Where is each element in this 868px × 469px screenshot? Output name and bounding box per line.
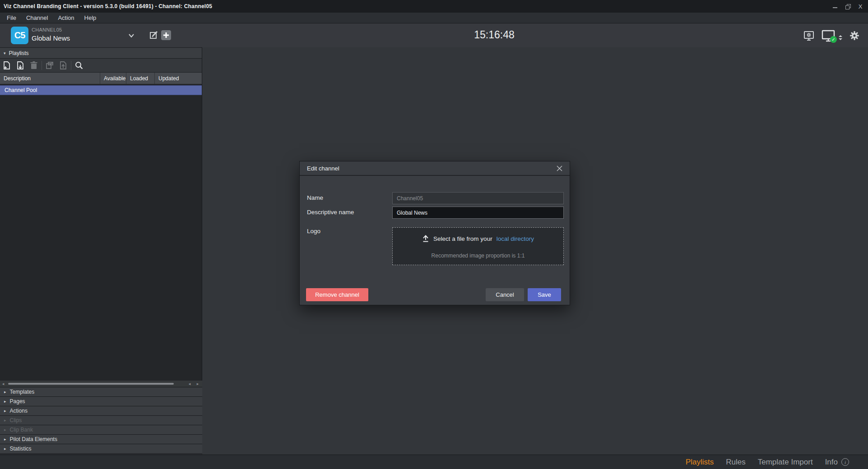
dialog-close-button[interactable] [557,166,562,171]
menu-file[interactable]: File [2,13,21,23]
dropzone-text: Select a file from your [433,235,492,242]
tab-playlists[interactable]: Playlists [686,458,714,467]
info-label: Info [825,458,838,467]
playout-status-button[interactable]: ✓ [822,29,836,42]
output-settings-button[interactable] [803,30,815,41]
sidebar: ▾ Playlists [0,47,202,455]
menu-channel[interactable]: Channel [21,13,53,23]
on-air-clock: 15:16:48 [463,29,526,41]
menu-bar: File Channel Action Help [0,13,868,23]
close-icon: X [859,4,863,9]
scrollbar-thumb[interactable] [8,383,174,385]
toolbar-separator [71,61,71,70]
section-label: Pilot Data Elements [10,436,57,442]
descriptive-name-field-label: Descriptive name [307,209,354,216]
dialog-header[interactable]: Edit channel [300,161,570,176]
import-playlist-button[interactable] [14,59,27,72]
scrollbar-track[interactable] [7,383,186,385]
restore-button[interactable] [845,3,851,9]
dialog-title: Edit channel [307,165,339,172]
playlist-row-label: Channel Pool [5,87,37,93]
add-channel-button[interactable] [161,30,171,40]
new-playlist-button[interactable] [0,59,14,72]
edit-pencil-icon [149,30,159,40]
title-bar: Viz Channel Branding Client - version 5.… [0,0,868,13]
arrow-down-icon [839,38,842,40]
channel-name-label: Global News [32,34,70,42]
section-label: Pages [10,398,25,405]
column-updated[interactable]: Updated [154,73,202,84]
edit-channel-button[interactable] [149,30,159,40]
window-controls: X [832,0,863,13]
minimize-icon [833,7,837,8]
save-button[interactable]: Save [528,288,561,301]
restore-icon [845,4,850,9]
local-directory-link[interactable]: local directory [497,235,534,242]
info-icon: i [841,458,849,466]
activate-playlist-button[interactable] [43,59,56,72]
section-label: Templates [10,389,35,395]
channel-logo[interactable]: C5 [11,27,28,44]
upload-icon [422,235,429,242]
edit-channel-dialog: Edit channel Name Channel05 Descriptive … [299,161,570,305]
cancel-button[interactable]: Cancel [486,288,524,301]
column-description[interactable]: Description [0,73,100,84]
sections-divider [0,453,202,454]
tab-template-import[interactable]: Template Import [758,458,813,467]
scroll-left-icon[interactable]: ◂ [0,382,6,386]
playlists-toolbar [0,59,202,73]
toolbar-separator [42,61,42,70]
export-playlist-button[interactable] [56,59,70,72]
status-dropdown-arrows[interactable] [839,35,842,40]
copy-check-icon [45,61,54,70]
trash-icon [30,61,38,70]
file-arrow-down-icon [16,61,25,70]
sidebar-item-templates[interactable]: ▸ Templates [0,387,202,396]
dropzone-hint: Recommended image proportion is 1:1 [393,253,563,259]
tab-rules[interactable]: Rules [726,458,745,467]
close-x-icon [557,166,562,171]
delete-playlist-button[interactable] [27,59,41,72]
collapsed-triangle-icon: ▸ [4,409,6,413]
column-loaded[interactable]: Loaded [126,73,154,84]
section-label: Clips [10,417,22,423]
close-button[interactable]: X [857,3,863,9]
channel-id-label: CHANNEL05 [32,27,62,32]
collapsed-triangle-icon: ▸ [4,446,6,451]
sidebar-item-clips: ▸ Clips [0,415,202,425]
remove-channel-button[interactable]: Remove channel [306,288,368,301]
descriptive-name-field[interactable]: Global News [392,207,564,219]
tab-info[interactable]: Info i [825,458,849,467]
channel-bar-actions: ✓ [803,28,860,43]
status-ok-check-icon: ✓ [830,36,837,43]
playlists-section-header[interactable]: ▾ Playlists [0,47,202,59]
playlists-section-label: Playlists [9,50,29,56]
sidebar-item-pages[interactable]: ▸ Pages [0,396,202,406]
minimize-button[interactable] [832,3,838,9]
expanded-triangle-icon: ▾ [4,51,6,55]
channel-selector-dropdown[interactable] [127,32,135,40]
logo-dropzone[interactable]: Select a file from your local directory … [392,227,564,265]
search-playlist-button[interactable] [72,59,86,72]
sidebar-item-statistics[interactable]: ▸ Statistics [0,444,202,453]
sidebar-item-actions[interactable]: ▸ Actions [0,406,202,415]
application-window: Viz Channel Branding Client - version 5.… [0,0,868,469]
plus-icon [163,32,169,38]
horizontal-scrollbar[interactable]: ◂ ◂ ▸ [0,381,202,387]
file-plus-icon [2,61,11,70]
scroll-left-icon[interactable]: ◂ [186,382,193,386]
scroll-right-icon[interactable]: ▸ [195,382,201,386]
menu-help[interactable]: Help [79,13,102,23]
sidebar-item-clip-bank: ▸ Clip Bank [0,425,202,434]
collapsed-triangle-icon: ▸ [4,418,6,423]
collapsed-triangle-icon: ▸ [4,390,6,394]
playlist-row-channel-pool[interactable]: Channel Pool [0,85,202,95]
column-available[interactable]: Available [100,73,126,84]
menu-action[interactable]: Action [53,13,79,23]
settings-button[interactable] [849,30,860,41]
monitor-gear-icon [803,30,815,41]
section-label: Actions [10,408,28,414]
collapsed-triangle-icon: ▸ [4,399,6,404]
logo-field-label: Logo [307,228,320,234]
sidebar-item-pilot-data-elements[interactable]: ▸ Pilot Data Elements [0,434,202,444]
